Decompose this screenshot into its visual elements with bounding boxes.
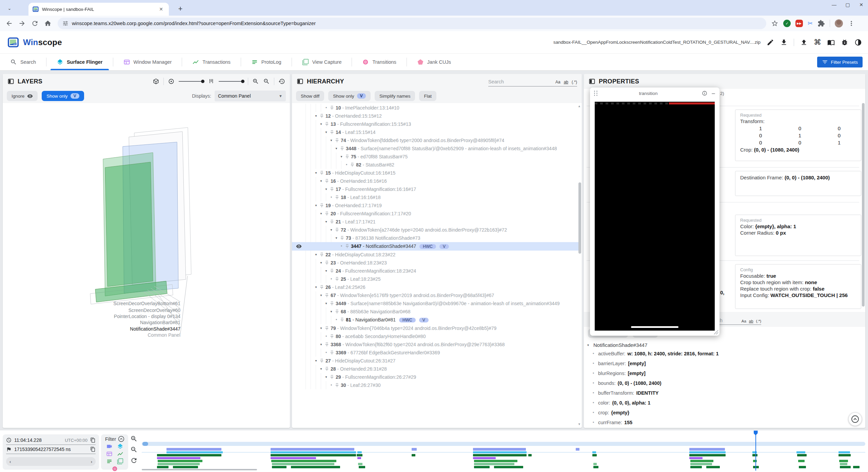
trace-entry-segment[interactable] [840, 463, 847, 465]
site-info-icon[interactable] [62, 20, 68, 26]
minimize-icon[interactable]: — [830, 2, 838, 7]
pin-icon[interactable] [330, 334, 334, 339]
trace-entry-segment[interactable] [839, 454, 851, 456]
hierarchy-row[interactable]: ▾17 - FullscreenMagnification:16:16#17 [292, 185, 578, 193]
flat-chip[interactable]: Flat [419, 91, 436, 101]
reload-icon[interactable] [31, 20, 39, 27]
trace-entry-segment[interactable] [473, 451, 527, 453]
hierarchy-row[interactable]: ▾67 - WindowToken{e5176f9 type=2019 andr… [292, 291, 578, 299]
trace-entry-segment[interactable] [271, 454, 356, 456]
expand-arrow-icon[interactable]: ▾ [318, 341, 324, 348]
expand-arrow-icon[interactable]: ▾ [329, 137, 334, 143]
hierarchy-row[interactable]: •82 - StatusBar#82 [292, 161, 578, 169]
trace-entry-segment[interactable] [799, 466, 806, 468]
hierarchy-row[interactable]: ▾24 - FullscreenMagnification:18:23#24 [292, 267, 578, 275]
expand-arrow-icon[interactable]: ▾ [329, 227, 334, 233]
trace-entry-segment[interactable] [576, 448, 579, 451]
layer-label[interactable]: NotificationShade#3447 [3, 326, 180, 332]
regex-icon[interactable]: (.*) [572, 80, 577, 84]
trace-entry-segment[interactable] [272, 466, 287, 468]
hierarchy-row[interactable]: •10 - ImePlaceholder:13:14#10 [292, 104, 578, 112]
trace-entry-segment[interactable] [157, 466, 169, 468]
expand-arrow-icon[interactable]: ▾ [313, 358, 319, 364]
pin-icon[interactable] [319, 114, 324, 118]
trace-entry-segment[interactable] [706, 466, 720, 468]
hierarchy-row[interactable]: ▾23 - OneHanded:18:23#23 [292, 259, 578, 267]
timeline-scrollbar[interactable]: ‹ › [6, 457, 96, 466]
avatar[interactable] [835, 19, 843, 27]
trace-entry-segment[interactable] [689, 457, 702, 459]
track-window-manager[interactable] [142, 457, 865, 459]
pin-icon[interactable] [319, 252, 324, 257]
pin-icon[interactable] [330, 301, 334, 306]
hierarchy-search-input[interactable]: Search Aa ab (.*) [488, 76, 577, 86]
timeline-cursor[interactable] [755, 435, 756, 471]
pin-icon[interactable] [335, 195, 339, 200]
trace-entry-segment[interactable] [474, 463, 515, 465]
pin-icon[interactable] [345, 154, 350, 159]
layer-label[interactable]: Common Panel [3, 332, 180, 338]
trace-entry-segment[interactable] [689, 451, 726, 453]
expand-arrow-icon[interactable]: ▾ [339, 154, 344, 160]
tab-close-icon[interactable]: ✕ [157, 5, 165, 13]
trace-entry-segment[interactable] [357, 454, 362, 456]
trace-entry-segment[interactable] [158, 460, 202, 462]
trace-entry-segment[interactable] [839, 451, 850, 453]
tab-transactions[interactable]: Transactions [182, 54, 240, 70]
trace-entry-segment[interactable] [271, 451, 356, 453]
docs-book-icon[interactable] [827, 39, 835, 46]
trace-entry-segment[interactable] [157, 457, 200, 459]
trace-entry-segment[interactable] [690, 460, 713, 462]
hierarchy-row[interactable]: ▾26 - Leaf:24:25#26 [292, 283, 578, 291]
trace-entry-segment[interactable] [690, 466, 702, 468]
trace-entry-segment[interactable] [689, 454, 726, 456]
trace-entry-segment[interactable] [753, 460, 757, 462]
hierarchy-row[interactable]: ▾22 - HideDisplayCutout:18:23#22 [292, 251, 578, 259]
expand-arrow-icon[interactable]: ▾ [318, 292, 324, 298]
track-transitions[interactable] [142, 466, 865, 468]
match-word-icon[interactable]: ab [564, 80, 568, 84]
hierarchy-row[interactable]: ▾68 - 885b63e NavigationBar0#68 [292, 308, 578, 316]
spacing-slider[interactable] [219, 81, 244, 82]
timeline-zoom-in-icon[interactable] [130, 435, 138, 442]
trace-entry-segment[interactable] [412, 448, 417, 451]
trace-entry-segment[interactable] [473, 454, 527, 456]
pin-icon[interactable] [340, 146, 344, 151]
prev-arrow[interactable]: ‹ [9, 459, 11, 464]
pin-icon[interactable] [324, 342, 329, 347]
tab-window-manager[interactable]: Window Manager [113, 54, 182, 70]
expand-arrow-icon[interactable]: ▾ [323, 219, 329, 225]
panel-collapse-icon[interactable] [589, 78, 595, 85]
expand-arrow-icon[interactable]: ▾ [313, 284, 319, 290]
property-row[interactable]: •currFrame:155 [584, 418, 862, 428]
home-icon[interactable] [44, 20, 52, 27]
layers-3d-canvas[interactable]: ScreenDecorOverlayBottom#61ScreenDecorOv… [3, 103, 290, 428]
pin-icon[interactable] [340, 317, 344, 322]
zoom-out-icon[interactable] [263, 78, 270, 85]
browser-tab[interactable]: Winscope | sandbox-FAIL ✕ [28, 3, 169, 16]
layer-label[interactable]: NavigationBar0#81 [3, 319, 180, 326]
timeline-hscrollbar[interactable] [142, 469, 257, 470]
pin-icon[interactable] [319, 203, 324, 208]
pin-icon[interactable] [330, 269, 334, 273]
expand-arrow-icon[interactable]: ▾ [323, 374, 329, 380]
pin-icon[interactable] [335, 277, 339, 281]
timeline-zoom-out-icon[interactable] [130, 446, 138, 453]
bookmark-star-icon[interactable] [771, 20, 778, 27]
pin-icon[interactable] [330, 350, 334, 355]
trace-entry-segment[interactable] [752, 454, 757, 456]
expand-arrow-icon[interactable]: ▾ [313, 113, 319, 119]
hierarchy-row[interactable]: •80 - ace6abb SecondaryHomeHandle0#80 [292, 332, 578, 340]
expand-arrow-icon[interactable]: ▾ [334, 235, 339, 241]
screen-recording-icon[interactable] [106, 443, 113, 450]
expand-arrow-icon[interactable]: ▾ [318, 178, 324, 184]
panel-collapse-icon[interactable] [297, 78, 303, 85]
trace-entry-segment[interactable] [359, 466, 365, 468]
download-icon[interactable] [780, 39, 788, 46]
visibility-eye-icon[interactable] [296, 243, 302, 249]
expand-arrow-icon[interactable]: ▾ [329, 309, 334, 315]
hierarchy-row[interactable]: ▾3368 - WindowToken{f6b2f60 type=2024 an… [292, 340, 578, 349]
scroll-up-icon[interactable]: ▲ [578, 104, 581, 108]
pin-icon[interactable] [350, 162, 355, 167]
trace-entry-segment[interactable] [593, 466, 598, 468]
